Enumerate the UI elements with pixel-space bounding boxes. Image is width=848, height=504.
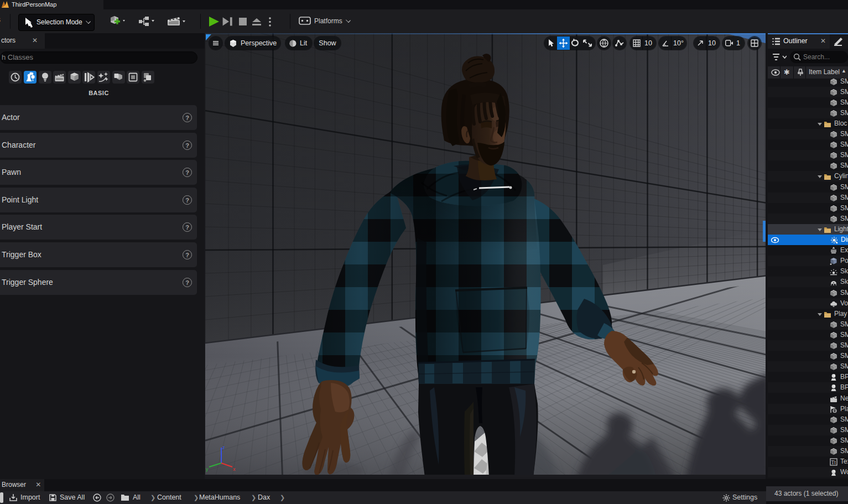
svg-text:Tt: Tt (831, 460, 836, 465)
svg-text:z: z (222, 445, 225, 450)
svg-text:y: y (206, 466, 209, 472)
svg-text:x: x (233, 466, 236, 472)
